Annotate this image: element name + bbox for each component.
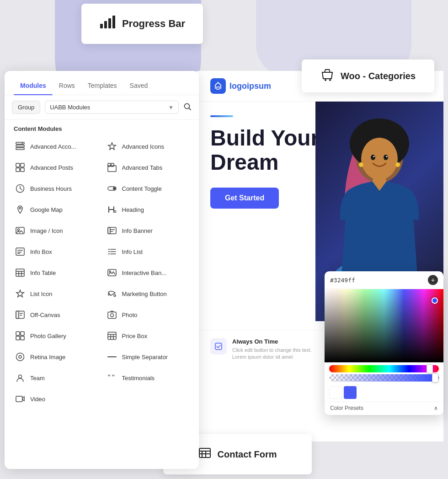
preview-logo: logoipsum [210,78,271,94]
module-item-info-banner[interactable]: Info Banner [102,220,194,241]
svg-rect-78 [16,396,22,402]
module-label: Price Box [122,333,148,339]
module-item-off-canvas[interactable]: Off-Canvas [10,304,102,325]
module-item-interactive-banner[interactable]: Interactive Ban... [102,262,194,283]
module-item-photo[interactable]: Photo [102,304,194,325]
module-item-image-icon[interactable]: Image / Icon [10,220,102,241]
svg-text:": " [112,374,115,382]
hue-slider[interactable] [329,365,439,372]
svg-rect-9 [16,145,24,147]
video-icon [15,393,26,404]
group-button[interactable]: Group [12,101,40,114]
svg-point-84 [371,155,375,160]
svg-rect-0 [100,24,103,28]
module-item-info-table[interactable]: Info Table [10,262,102,283]
module-label: Content Toggle [122,185,162,192]
module-label: Google Map [30,206,63,213]
module-item-price-box[interactable]: Price Box [102,325,194,346]
module-label: Video [30,396,45,403]
svg-rect-17 [21,168,24,172]
svg-rect-90 [215,343,222,350]
hue-thumb [427,364,433,373]
module-item-testimonials[interactable]: " " Testimonials [102,367,194,388]
svg-point-5 [329,79,331,81]
module-item-simple-separator[interactable]: Simple Separator [102,346,194,367]
module-item-retina-image[interactable]: Retina Image [10,346,102,367]
svg-rect-14 [16,163,20,167]
sidebar-panel: Modules Rows Templates Saved Group UABB … [5,71,199,469]
module-item-info-box[interactable]: Info Box [10,241,102,262]
hero-accent-line [210,115,233,117]
module-item-advanced-posts[interactable]: Advanced Posts [10,157,102,178]
testimonials-icon: " " [107,372,117,383]
tab-saved[interactable]: Saved [123,78,155,95]
svg-point-87 [386,156,388,157]
module-item-list-icon[interactable]: List Icon [10,283,102,304]
photo-gallery-icon [15,330,26,341]
feature-1-title: Always On Time [232,338,315,345]
info-box-icon [15,246,26,257]
module-item-info-list[interactable]: Info List [102,241,194,262]
svg-point-25 [113,187,116,190]
spectrum-cursor[interactable] [432,297,438,304]
sidebar-search-row: Group UABB Modules ▼ [5,95,199,120]
get-started-button[interactable]: Get Started [210,188,279,209]
module-label: Heading [122,206,144,213]
progress-bar-card[interactable]: Progress Bar [81,4,203,44]
tab-templates[interactable]: Templates [81,78,123,95]
module-item-advanced-tabs[interactable]: Advanced Tabs [102,157,194,178]
module-dropdown[interactable]: UABB Modules ▼ [45,101,179,114]
svg-rect-48 [16,269,24,276]
module-label: Info Box [30,248,52,255]
google-map-icon [15,204,26,215]
color-picker-header: #3249ff + [325,271,443,289]
search-button[interactable] [183,102,192,113]
module-item-content-toggle[interactable]: Content Toggle [102,178,194,199]
advanced-posts-icon [15,162,26,173]
progress-bar-label: Progress Bar [122,18,185,30]
svg-rect-10 [16,148,24,150]
module-item-marketing-button[interactable]: Marketing Button [102,283,194,304]
hex-value[interactable]: #3249ff [330,277,355,284]
module-label: Off-Canvas [30,312,60,318]
module-item-video[interactable]: Video [10,388,102,409]
logo-text: logoipsum [229,81,271,91]
woo-categories-card[interactable]: Woo - Categories [302,59,434,92]
tab-modules[interactable]: Modules [14,78,53,95]
color-spectrum[interactable] [325,289,443,362]
module-item-business-hours[interactable]: Business Hours [10,178,102,199]
module-label: List Icon [30,291,52,297]
module-label: Photo [122,312,138,318]
tab-rows[interactable]: Rows [53,78,81,95]
svg-point-33 [18,229,20,231]
module-item-advanced-accordion[interactable]: Advanced Acco... [10,136,102,157]
module-label: Advanced Tabs [122,164,163,171]
svg-rect-66 [21,336,24,340]
add-color-button[interactable]: + [428,275,438,285]
module-item-photo-gallery[interactable]: Photo Gallery [10,325,102,346]
simple-separator-icon [107,351,117,362]
svg-rect-3 [112,16,115,28]
module-label: Team [30,375,45,382]
module-item-team[interactable]: Team [10,367,102,388]
module-label: Simple Separator [122,354,168,361]
module-label: Testimonials [122,375,155,382]
module-item-advanced-icons[interactable]: Advanced Icons [102,136,194,157]
alpha-slider[interactable] [329,374,439,382]
module-item-heading[interactable]: Heading [102,199,194,220]
feature-1-text: Always On Time Click edit button to chan… [232,338,315,361]
advanced-accordion-icon [15,141,26,152]
module-label: Retina Image [30,354,65,361]
module-label: Advanced Icons [122,143,165,150]
advanced-icons-icon [107,141,117,152]
module-item-google-map[interactable]: Google Map [10,199,102,220]
svg-point-26 [19,207,21,209]
swatch-white[interactable] [329,386,342,399]
list-icon-icon [15,288,26,299]
module-label: Interactive Ban... [122,269,167,276]
swatch-blue[interactable] [344,386,357,399]
chevron-up-icon[interactable]: ∧ [434,405,438,411]
spectrum-black-overlay [325,289,443,362]
module-label: Info Table [30,269,56,276]
svg-rect-58 [16,311,19,318]
